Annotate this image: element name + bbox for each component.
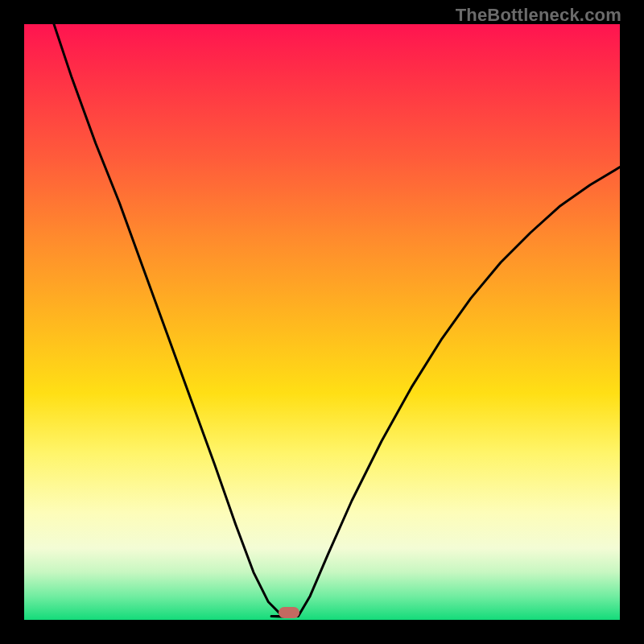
chart-frame: TheBottleneck.com [0,0,644,644]
optimal-marker [279,607,299,618]
watermark-text: TheBottleneck.com [456,5,621,26]
bottleneck-curve [24,24,620,620]
